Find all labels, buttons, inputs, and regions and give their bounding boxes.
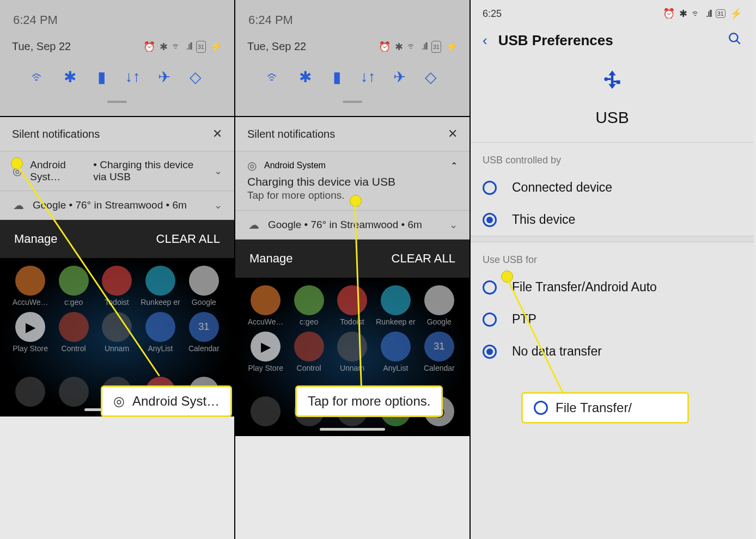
app-todoist[interactable]: Todoist (333, 285, 371, 326)
app-folder[interactable] (11, 377, 50, 409)
alarm-icon: ⏰ (143, 41, 155, 53)
bluetooth-toggle-icon[interactable]: ✱ (59, 66, 81, 88)
radio-label: This device (512, 212, 575, 227)
app-todoist[interactable]: Todoist (97, 266, 136, 307)
silent-label: Silent notifications (12, 128, 100, 140)
app-playstore[interactable]: ▶Play Store (11, 312, 50, 353)
shade-drag-handle[interactable] (343, 101, 362, 103)
status-time: 6:24 PM (248, 13, 293, 27)
status-bar: 6:24 PM (235, 0, 470, 33)
callout-file-transfer: File Transfer/ (521, 392, 689, 424)
app-calendar[interactable]: 31Calendar (420, 332, 459, 372)
wifi-toggle-icon[interactable]: ᯤ (263, 66, 285, 88)
cloud-icon: ☁ (247, 218, 260, 231)
signal-icon: .ıll (186, 41, 192, 53)
radio-this-device[interactable]: This device (471, 204, 754, 236)
airplane-icon[interactable]: ✈ (388, 66, 410, 88)
notif-google-weather[interactable]: ☁ Google • 76° in Streamwood • 6m ⌄ (235, 211, 470, 240)
notif-text: Google • 76° in Streamwood • 6m (268, 219, 422, 231)
wifi-toggle-icon[interactable]: ᯤ (28, 66, 50, 88)
shade-top: Tue, Sep 22 ⏰ ✱ ᯤ .ıll 31 ⚡ ᯤ ✱ ▮ ↓↑ ✈ ◇ (0, 33, 234, 117)
chevron-up-icon[interactable]: ⌃ (450, 161, 458, 171)
app-runkeeper[interactable]: Runkeep er (376, 285, 415, 326)
callout-text: File Transfer/ (556, 400, 632, 415)
back-icon[interactable]: ‹ (483, 32, 487, 49)
radio-ptp[interactable]: PTP (471, 303, 754, 335)
radio-icon (483, 313, 497, 327)
data-toggle-icon[interactable]: ↓↑ (357, 66, 379, 88)
callout-text: Android Syst… (132, 394, 220, 409)
clear-all-button[interactable]: CLEAR ALL (392, 252, 455, 266)
chevron-down-icon[interactable]: ⌄ (449, 219, 458, 231)
notif-android-system[interactable]: ◎ Android Syst… • Charging this device v… (0, 151, 234, 191)
shade-drag-handle[interactable] (107, 101, 127, 103)
airplane-icon[interactable]: ✈ (153, 66, 175, 88)
callout-android-system: ◎ Android Syst… (101, 385, 232, 417)
rotation-lock-icon[interactable]: ◇ (185, 66, 206, 88)
radio-icon (483, 181, 497, 195)
manage-button[interactable]: Manage (14, 232, 58, 246)
close-icon[interactable]: ✕ (448, 127, 458, 141)
panel-1-notification-shade: 6:24 PM Tue, Sep 22 ⏰ ✱ ᯤ .ıll 31 ⚡ ᯤ ✱ … (0, 0, 235, 539)
radio-label: No data transfer (512, 344, 602, 359)
status-time: 6:24 PM (13, 13, 58, 27)
app-control[interactable]: Control (54, 312, 93, 353)
svg-point-0 (729, 33, 737, 41)
app-runkeeper[interactable]: Runkeep er (141, 266, 180, 307)
signal-icon: .ıll (706, 8, 711, 20)
manage-button[interactable]: Manage (249, 252, 293, 266)
panel-2-notification-expanded: 6:24 PM Tue, Sep 22 ⏰ ✱ ᯤ .ıll 31 ⚡ ᯤ ✱ … (235, 0, 471, 539)
shade-date: Tue, Sep 22 (247, 40, 306, 53)
charging-icon: ⚡ (210, 41, 222, 53)
app-cgeo[interactable]: c:geo (54, 266, 93, 307)
flashlight-icon[interactable]: ▮ (90, 66, 112, 88)
chevron-down-icon[interactable]: ⌄ (214, 199, 222, 211)
radio-connected-device[interactable]: Connected device (471, 171, 754, 204)
radio-label: Connected device (512, 180, 612, 195)
usb-icon (471, 68, 754, 104)
app-folder[interactable] (246, 396, 285, 428)
bluetooth-icon: ✱ (679, 8, 687, 20)
android-system-icon: ◎ (113, 394, 125, 409)
app-grid: AccuWe… c:geo Todoist Runkeep er Google … (0, 258, 234, 360)
charging-icon: ⚡ (730, 8, 742, 20)
silent-notifications-header: Silent notifications ✕ (235, 117, 470, 151)
shade-date: Tue, Sep 22 (12, 40, 71, 53)
app-accuweather[interactable]: AccuWe… (11, 266, 50, 307)
rotation-lock-icon[interactable]: ◇ (420, 66, 442, 88)
notif-subtitle: • Charging this device via USB (93, 159, 206, 183)
clear-all-button[interactable]: CLEAR ALL (156, 232, 220, 246)
data-toggle-icon[interactable]: ↓↑ (122, 66, 144, 88)
app-playstore[interactable]: ▶Play Store (246, 332, 285, 372)
search-icon[interactable] (728, 32, 742, 50)
section-usb-controlled-by: USB controlled by (471, 143, 754, 171)
app-control[interactable]: Control (289, 332, 328, 372)
radio-selected-icon (483, 345, 497, 359)
app-google-folder[interactable]: Google (420, 285, 459, 326)
app-anylist[interactable]: AnyList (141, 312, 180, 353)
radio-no-data-transfer[interactable]: No data transfer (471, 335, 754, 367)
section-use-usb-for: Use USB for (471, 242, 754, 271)
callout-tap-more-options: Tap for more options. (295, 385, 443, 417)
nav-handle[interactable] (320, 428, 385, 431)
app-grid: AccuWe… c:geo Todoist Runkeep er Google … (235, 278, 470, 380)
chevron-down-icon[interactable]: ⌄ (214, 165, 222, 177)
app-google-folder[interactable]: Google (185, 266, 223, 307)
close-icon[interactable]: ✕ (212, 127, 222, 141)
callout-text: Tap for more options. (308, 394, 430, 409)
notif-google-weather[interactable]: ☁ Google • 76° in Streamwood • 6m ⌄ (0, 191, 234, 220)
bluetooth-toggle-icon[interactable]: ✱ (294, 66, 316, 88)
radio-file-transfer[interactable]: File Transfer/Android Auto (471, 271, 754, 303)
flashlight-icon[interactable]: ▮ (326, 66, 347, 88)
status-icons: ⏰ ✱ ᯤ .ıll 31 ⚡ (143, 41, 222, 53)
shade-top: Tue, Sep 22 ⏰ ✱ ᯤ .ıll 31 ⚡ ᯤ ✱ ▮ ↓↑ ✈ ◇ (235, 33, 470, 117)
app-anylist[interactable]: AnyList (376, 332, 415, 372)
silent-label: Silent notifications (247, 128, 335, 140)
app-unnam[interactable]: Unnam (333, 332, 371, 372)
app-calendar[interactable]: 31Calendar (185, 312, 223, 353)
app-folder[interactable] (54, 377, 94, 409)
page-title: USB Preferences (498, 32, 717, 49)
app-accuweather[interactable]: AccuWe… (246, 285, 285, 326)
app-cgeo[interactable]: c:geo (289, 285, 328, 326)
android-system-icon: ◎ (247, 159, 257, 172)
